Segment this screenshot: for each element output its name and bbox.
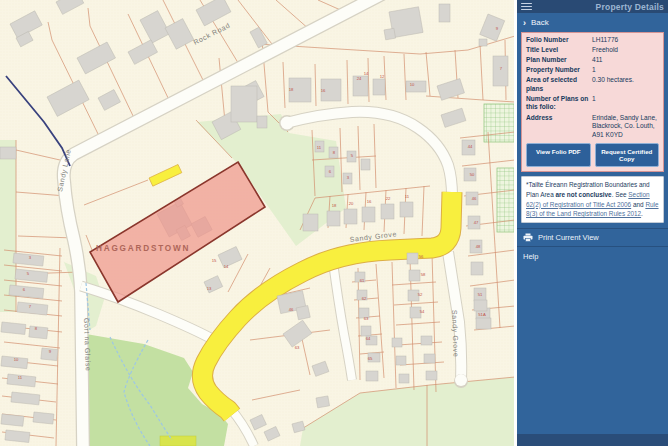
field-folio-number: Folio Number LH11776 [526,36,659,45]
house-number: 11 [18,375,23,380]
house-number: 24 [357,76,362,81]
house-number: 18 [289,87,294,92]
back-link[interactable]: › Back [517,13,668,31]
field-plan-number: Plan Number 411 [526,56,659,65]
house-number: 12 [380,74,385,79]
house-number: 10 [410,82,415,87]
field-label: Title Level [526,46,592,55]
map-canvas[interactable]: HAGGARDSTOWN Rock Road Sandy Lane Gort n… [0,0,515,446]
house-number: 18 [332,203,337,208]
field-value: Freehold [592,46,659,55]
field-value: LH11776 [592,36,659,45]
print-label: Print Current View [538,233,599,242]
view-folio-pdf-button[interactable]: View Folio PDF [526,143,591,167]
field-label: Property Number [526,66,592,75]
field-label: Number of Plans on this folio: [526,95,592,112]
disclaimer-text: and [631,201,645,208]
house-number: 22 [386,196,391,201]
house-number: 15 [212,258,217,263]
field-label: Area of selected plans [526,76,592,93]
house-number: 14 [224,264,229,269]
house-number: 62 [362,296,367,301]
disclaimer-text: . [641,210,643,217]
house-number: 52 [418,292,423,297]
house-number: 48 [476,244,481,249]
disclaimer-text: . See [612,191,629,198]
request-certified-copy-button[interactable]: Request Certified Copy [595,143,660,167]
house-number: 46 [472,196,477,201]
house-number: 51A [478,312,486,317]
printer-icon [523,233,533,242]
field-title-level: Title Level Freehold [526,46,659,55]
folio-info-box: Folio Number LH11776 Title Level Freehol… [521,32,664,172]
house-number: 63 [295,345,300,350]
field-plan-count: Number of Plans on this folio: 1 [526,95,659,112]
field-value: Erindale, Sandy Lane, Blackrock, Co. Lou… [592,114,659,140]
back-label: Back [531,18,549,27]
house-number: 47 [474,220,479,225]
field-label: Folio Number [526,36,592,45]
house-number: 58 [421,272,426,277]
house-number: 11 [405,194,410,199]
house-number: 20 [349,201,354,206]
landdirect-map-viewer: HAGGARDSTOWN Rock Road Sandy Lane Gort n… [0,0,668,446]
disclaimer-box: *Tailte Éireann Registration Boundaries … [521,176,664,222]
chevron-right-icon: › [523,20,526,26]
house-number: 16 [321,88,326,93]
house-number: 13 [207,286,212,291]
field-label: Plan Number [526,56,592,65]
house-number: 46 [289,307,294,312]
house-number: 16 [367,199,372,204]
field-address: Address Erindale, Sandy Lane, Blackrock,… [526,114,659,140]
house-number: 11 [317,145,322,150]
house-number: 44 [468,144,473,149]
property-details-panel: Property Details › Back Folio Number LH1… [517,0,668,446]
panel-footer [517,434,668,446]
field-value: 1 [592,66,659,75]
field-property-number: Property Number 1 [526,66,659,75]
house-number: 51 [478,292,483,297]
panel-header: Property Details [517,0,668,13]
field-label: Address [526,114,592,140]
house-number: 65 [368,356,373,361]
house-number: 64 [366,336,371,341]
house-number: 56 [419,254,424,259]
house-number: 54 [420,309,425,314]
house-number: 10 [14,357,19,362]
help-link[interactable]: Help [517,247,668,266]
panel-title: Property Details [596,2,664,12]
map-label-townland: HAGGARDSTOWN [96,244,190,253]
house-number: 63 [364,316,369,321]
field-area: Area of selected plans 0.30 hectares. [526,76,659,93]
house-number: 14 [364,71,369,76]
field-value: 0.30 hectares. [592,76,659,93]
map-svg[interactable]: HAGGARDSTOWN Rock Road Sandy Lane Gort n… [0,0,515,446]
print-current-view[interactable]: Print Current View [517,228,668,247]
house-number: 50 [470,172,475,177]
house-number: 61 [360,278,365,283]
field-value: 1 [592,95,659,112]
menu-icon[interactable] [521,3,532,11]
field-value: 411 [592,56,659,65]
disclaimer-bold: are not conclusive [556,191,612,198]
folio-actions: View Folio PDF Request Certified Copy [526,143,659,167]
